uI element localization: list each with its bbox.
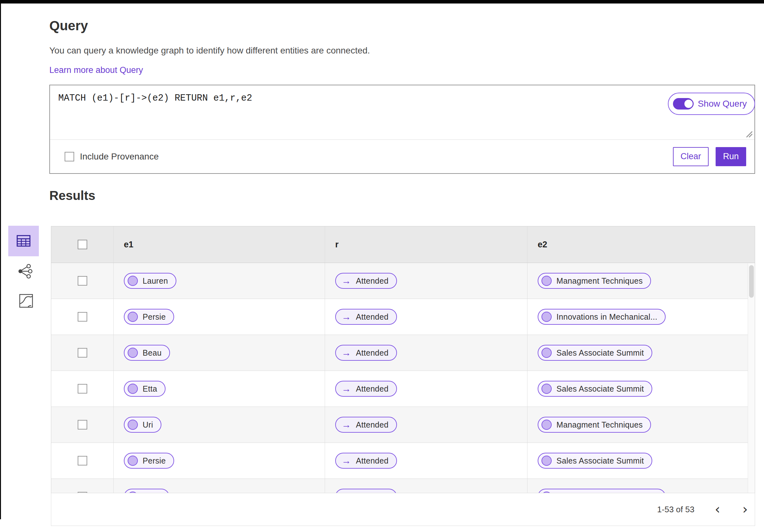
- entity-pill[interactable]: Etta: [124, 381, 165, 397]
- entity-label: Uri: [143, 420, 153, 430]
- map-view-icon: [18, 293, 34, 308]
- window-left-border: [0, 0, 1, 519]
- relationship-pill[interactable]: →Attended: [335, 273, 397, 289]
- clear-button[interactable]: Clear: [673, 147, 709, 166]
- entity-label: Sales Associate Summit: [556, 456, 644, 465]
- entity-label: Persie: [143, 456, 166, 465]
- entity-node-icon: [541, 420, 552, 430]
- table-view-button[interactable]: [8, 226, 39, 256]
- relationship-pill[interactable]: →Attended: [335, 489, 397, 493]
- entity-label: Innovations in Mechanical...: [556, 312, 658, 321]
- arrow-right-icon: →: [342, 456, 351, 465]
- relationship-label: Attended: [356, 456, 389, 465]
- include-provenance-checkbox[interactable]: [65, 152, 74, 161]
- table-scrollbar[interactable]: [748, 263, 755, 493]
- arrow-right-icon: →: [342, 420, 351, 430]
- entity-pill[interactable]: Managment Techniques: [538, 417, 651, 433]
- select-all-checkbox[interactable]: [78, 240, 87, 249]
- table-row: Etta →Attended Sales Associate Summit: [51, 371, 755, 407]
- relationship-pill[interactable]: →Attended: [335, 417, 397, 433]
- column-header-e1: e1: [114, 226, 325, 263]
- entity-pill[interactable]: Sales Associate Summit: [538, 453, 652, 469]
- arrow-right-icon: →: [342, 384, 351, 394]
- relationship-label: Attended: [356, 348, 389, 358]
- entity-label: Sales Associate Summit: [556, 348, 644, 358]
- relationship-label: Attended: [356, 276, 389, 285]
- relationship-pill[interactable]: →Attended: [335, 453, 397, 469]
- pagination-bar: 1-53 of 53 ‹ ›: [51, 493, 755, 526]
- entity-pill[interactable]: Innovations in Mechanical...: [538, 309, 666, 325]
- chevron-left-icon: ‹: [715, 501, 720, 517]
- row-checkbox[interactable]: [78, 420, 87, 430]
- arrow-right-icon: →: [342, 312, 351, 321]
- entity-node-icon: [541, 312, 552, 322]
- table-row: Lauren →Attended Managment Techniques: [51, 263, 755, 299]
- relationship-label: Attended: [356, 312, 389, 321]
- next-page-button[interactable]: ›: [740, 504, 750, 515]
- map-view-button[interactable]: [18, 293, 34, 308]
- entity-label: Managment Techniques: [556, 420, 643, 430]
- relationship-pill[interactable]: →Attended: [335, 345, 397, 361]
- relationship-label: Attended: [356, 420, 389, 430]
- table-view-icon: [16, 233, 31, 249]
- run-button[interactable]: Run: [716, 147, 746, 166]
- entity-node-icon: [541, 348, 552, 358]
- entity-label: Lauren: [143, 276, 168, 285]
- row-checkbox[interactable]: [78, 456, 87, 465]
- scrollbar-thumb[interactable]: [749, 265, 754, 298]
- window-top-border: [0, 0, 764, 4]
- entity-label: Managment Techniques: [556, 276, 643, 285]
- learn-more-link[interactable]: Learn more about Query: [49, 65, 143, 75]
- results-heading: Results: [49, 188, 755, 203]
- entity-pill[interactable]: Innovations in Mechanical...: [538, 489, 666, 493]
- column-header-r: r: [325, 226, 527, 263]
- link-chart-view-icon: [17, 263, 33, 279]
- main-content: Query You can query a knowledge graph to…: [49, 4, 755, 203]
- query-text: MATCH (e1)-[r]->(e2) RETURN e1,r,e2: [58, 93, 252, 103]
- entity-node-icon: [128, 384, 138, 394]
- entity-node-icon: [541, 455, 552, 466]
- entity-pill[interactable]: Uri: [124, 417, 161, 433]
- relationship-pill[interactable]: →Attended: [335, 309, 397, 325]
- entity-pill[interactable]: Larry: [124, 489, 169, 493]
- results-table: e1 r e2 Lauren →Attended Managment Techn…: [51, 226, 755, 493]
- row-checkbox[interactable]: [78, 276, 87, 285]
- entity-node-icon: [541, 384, 552, 394]
- arrow-right-icon: →: [342, 276, 351, 285]
- entity-label: Beau: [143, 348, 162, 358]
- entity-node-icon: [128, 455, 138, 466]
- header-row: You can query a knowledge graph to ident…: [49, 46, 755, 56]
- resize-handle-icon[interactable]: [745, 129, 753, 138]
- page-description: You can query a knowledge graph to ident…: [49, 46, 755, 56]
- table-row: Beau →Attended Sales Associate Summit: [51, 335, 755, 371]
- table-header-row: e1 r e2: [51, 226, 755, 263]
- entity-pill[interactable]: Sales Associate Summit: [538, 345, 652, 361]
- entity-pill[interactable]: Sales Associate Summit: [538, 381, 652, 397]
- entity-node-icon: [128, 420, 138, 430]
- row-checkbox[interactable]: [78, 312, 87, 321]
- relationship-pill[interactable]: →Attended: [335, 381, 397, 397]
- entity-node-icon: [541, 276, 552, 286]
- query-input[interactable]: MATCH (e1)-[r]->(e2) RETURN e1,r,e2: [50, 85, 754, 139]
- entity-pill[interactable]: Beau: [124, 345, 170, 361]
- link-chart-view-button[interactable]: [17, 263, 33, 279]
- table-row: Persie →Attended Innovations in Mechanic…: [51, 299, 755, 335]
- table-row: Uri →Attended Managment Techniques: [51, 407, 755, 443]
- page-title: Query: [49, 18, 755, 33]
- row-checkbox[interactable]: [78, 384, 87, 394]
- relationship-label: Attended: [356, 384, 389, 394]
- arrow-right-icon: →: [342, 348, 351, 358]
- entity-pill[interactable]: Persie: [124, 453, 174, 469]
- entity-pill[interactable]: Lauren: [124, 273, 176, 289]
- entity-node-icon: [128, 276, 138, 286]
- previous-page-button[interactable]: ‹: [713, 504, 722, 515]
- entity-node-icon: [128, 348, 138, 358]
- row-checkbox[interactable]: [78, 348, 87, 358]
- entity-label: Sales Associate Summit: [556, 384, 644, 394]
- entity-pill[interactable]: Persie: [124, 309, 174, 325]
- query-panel-footer: Include Provenance Clear Run: [50, 139, 754, 173]
- table-row: Larry →Attended Innovations in Mechanica…: [51, 479, 755, 493]
- query-panel: MATCH (e1)-[r]->(e2) RETURN e1,r,e2 Incl…: [49, 85, 755, 174]
- entity-pill[interactable]: Managment Techniques: [538, 273, 651, 289]
- entity-node-icon: [128, 312, 138, 322]
